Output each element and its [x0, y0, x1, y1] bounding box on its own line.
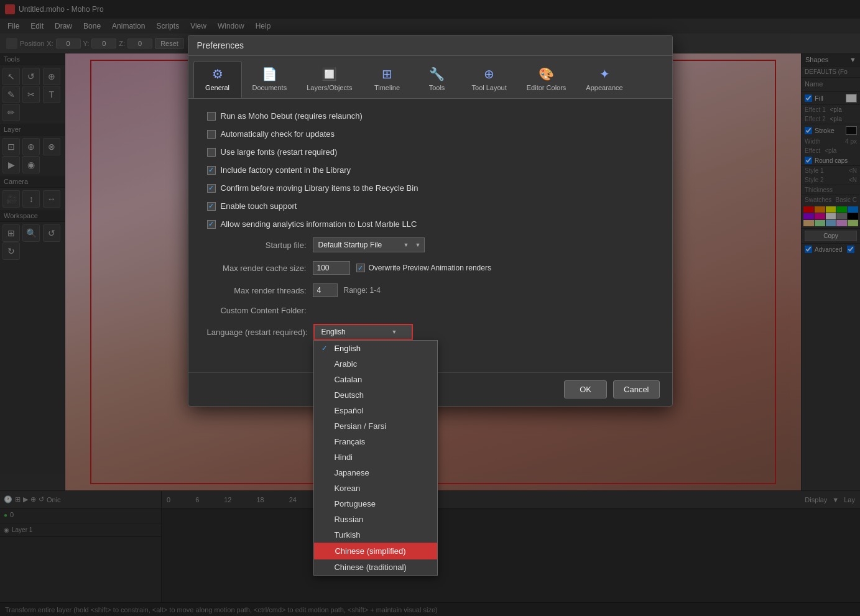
lang-japanese[interactable]: Japanese: [314, 465, 437, 480]
lang-persian[interactable]: Persian / Farsi: [314, 418, 437, 434]
moho-debut-label: Run as Moho Debut (requires relaunch): [221, 111, 363, 121]
max-render-threads-row: Max render threads: Range: 1-4: [207, 283, 654, 297]
startup-file-label: Startup file:: [207, 241, 307, 250]
language-selected-value: English: [321, 328, 345, 336]
startup-file-row: Startup file: Default Startup File ▼: [207, 237, 654, 252]
tab-editor-colors[interactable]: 🎨 Editor Colors: [517, 61, 576, 98]
overwrite-preview-label: Overwrite Preview Animation renders: [369, 264, 491, 272]
tool-layout-tab-label: Tool Layout: [472, 84, 507, 91]
max-render-cache-label: Max render cache size:: [207, 264, 307, 273]
render-threads-range: Range: 1-4: [344, 286, 381, 295]
tab-layers[interactable]: 🔲 Layers/Objects: [297, 61, 361, 98]
lang-korean[interactable]: Korean: [314, 480, 437, 496]
tab-tools[interactable]: 🔧 Tools: [413, 61, 461, 98]
documents-tab-label: Documents: [252, 84, 287, 91]
tools-tab-label: Tools: [429, 84, 445, 91]
checkmark-icon: ✓: [321, 344, 330, 352]
pref-row-touch: ✓ Enable touch support: [207, 201, 654, 211]
tab-documents[interactable]: 📄 Documents: [243, 61, 297, 98]
max-render-cache-input[interactable]: [313, 261, 350, 275]
confirm-library-label: Confirm before moving Library items to t…: [221, 183, 418, 193]
dialog-title: Preferences: [188, 35, 672, 56]
documents-tab-icon: 📄: [262, 67, 277, 81]
lang-deutsch[interactable]: Deutsch: [314, 387, 437, 403]
lang-catalan-label: Catalan: [334, 375, 362, 384]
auto-check-checkbox[interactable]: [207, 130, 216, 139]
language-label: Language (restart required):: [207, 328, 308, 337]
timeline-tab-icon: ⊞: [382, 67, 392, 81]
custom-content-row: Custom Content Folder:: [207, 306, 654, 315]
lang-arabic-label: Arabic: [334, 359, 357, 369]
analytics-checkbox[interactable]: ✓: [207, 220, 216, 229]
max-render-threads-input[interactable]: [313, 283, 338, 297]
large-fonts-label: Use large fonts (restart required): [221, 147, 338, 157]
startup-file-select[interactable]: Default Startup File ▼: [313, 237, 425, 252]
pref-row-analytics: ✓ Allow sending analytics information to…: [207, 219, 654, 229]
layers-tab-label: Layers/Objects: [307, 84, 352, 91]
lang-persian-label: Persian / Farsi: [334, 421, 386, 431]
touch-support-label: Enable touch support: [221, 201, 297, 211]
language-list: ✓ English Arabic Catalan: [313, 340, 438, 576]
overwrite-preview-checkbox[interactable]: ✓: [356, 264, 365, 272]
appearance-tab-label: Appearance: [586, 84, 622, 91]
pref-row-large-fonts: Use large fonts (restart required): [207, 147, 654, 157]
dropdown-chevron-icon: ▼: [404, 242, 409, 248]
custom-content-label: Custom Content Folder:: [207, 306, 307, 315]
tools-tab-icon: 🔧: [429, 67, 445, 81]
tool-layout-tab-icon: ⊕: [484, 67, 494, 81]
lang-turkish[interactable]: Turkish: [314, 527, 437, 543]
lang-deutsch-label: Deutsch: [334, 390, 364, 400]
lang-arabic[interactable]: Arabic: [314, 356, 437, 372]
editor-colors-tab-label: Editor Colors: [527, 84, 566, 91]
pref-row-auto-check: Automatically check for updates: [207, 129, 654, 139]
analytics-label: Allow sending analytics information to L…: [221, 219, 417, 229]
auto-check-label: Automatically check for updates: [221, 129, 335, 139]
touch-support-checkbox[interactable]: ✓: [207, 202, 216, 211]
editor-colors-tab-icon: 🎨: [539, 67, 554, 81]
lang-chinese-traditional-label: Chinese (traditional): [334, 563, 406, 572]
large-fonts-checkbox[interactable]: [207, 148, 216, 157]
lang-portuguese-label: Portuguese: [334, 499, 376, 508]
lang-chinese-simplified[interactable]: Chinese (simplified): [314, 543, 437, 559]
ok-button[interactable]: OK: [564, 380, 607, 398]
lang-portuguese[interactable]: Portuguese: [314, 496, 437, 512]
language-button[interactable]: English: [313, 324, 413, 340]
appearance-tab-icon: ✦: [599, 67, 610, 81]
dialog-content: Run as Moho Debut (requires relaunch) Au…: [188, 99, 672, 372]
lang-english-label: English: [334, 344, 361, 353]
pref-row-factory-content: ✓ Include factory content in the Library: [207, 165, 654, 175]
confirm-library-checkbox[interactable]: ✓: [207, 184, 216, 193]
lang-espanol[interactable]: Español: [314, 403, 437, 418]
lang-chinese-traditional[interactable]: Chinese (traditional): [314, 559, 437, 575]
preferences-dialog: Preferences ⚙ General 📄 Documents 🔲 Laye…: [188, 35, 673, 407]
timeline-tab-label: Timeline: [374, 84, 400, 91]
tab-appearance[interactable]: ✦ Appearance: [576, 61, 632, 98]
lang-russian[interactable]: Russian: [314, 512, 437, 527]
lang-catalan[interactable]: Catalan: [314, 372, 437, 387]
tab-general[interactable]: ⚙ General: [193, 61, 242, 98]
lang-turkish-label: Turkish: [334, 530, 360, 540]
factory-content-label: Include factory content in the Library: [221, 165, 351, 175]
lang-english[interactable]: ✓ English: [314, 341, 437, 356]
cancel-button[interactable]: Cancel: [613, 380, 659, 398]
lang-hindi[interactable]: Hindi: [314, 449, 437, 465]
dialog-overlay: Preferences ⚙ General 📄 Documents 🔲 Laye…: [0, 0, 860, 616]
lang-espanol-label: Español: [334, 406, 363, 415]
max-render-threads-label: Max render threads:: [207, 286, 307, 295]
lang-francais-label: Français: [334, 437, 365, 446]
max-render-cache-row: Max render cache size: ✓ Overwrite Previ…: [207, 261, 654, 275]
startup-file-value: Default Startup File: [318, 241, 382, 249]
general-tab-icon: ⚙: [212, 67, 223, 81]
language-row: Language (restart required): English ✓ E…: [207, 324, 654, 340]
factory-content-checkbox[interactable]: ✓: [207, 166, 216, 175]
moho-debut-checkbox[interactable]: [207, 112, 216, 121]
tab-timeline[interactable]: ⊞ Timeline: [363, 61, 412, 98]
language-dropdown[interactable]: English ✓ English Arabic: [313, 324, 413, 340]
layers-tab-icon: 🔲: [321, 67, 337, 81]
lang-russian-label: Russian: [334, 515, 363, 524]
lang-francais[interactable]: Français: [314, 434, 437, 449]
lang-hindi-label: Hindi: [334, 453, 353, 462]
tab-tool-layout[interactable]: ⊕ Tool Layout: [463, 61, 516, 98]
lang-chinese-simplified-label: Chinese (simplified): [335, 546, 405, 556]
lang-japanese-label: Japanese: [334, 468, 369, 477]
